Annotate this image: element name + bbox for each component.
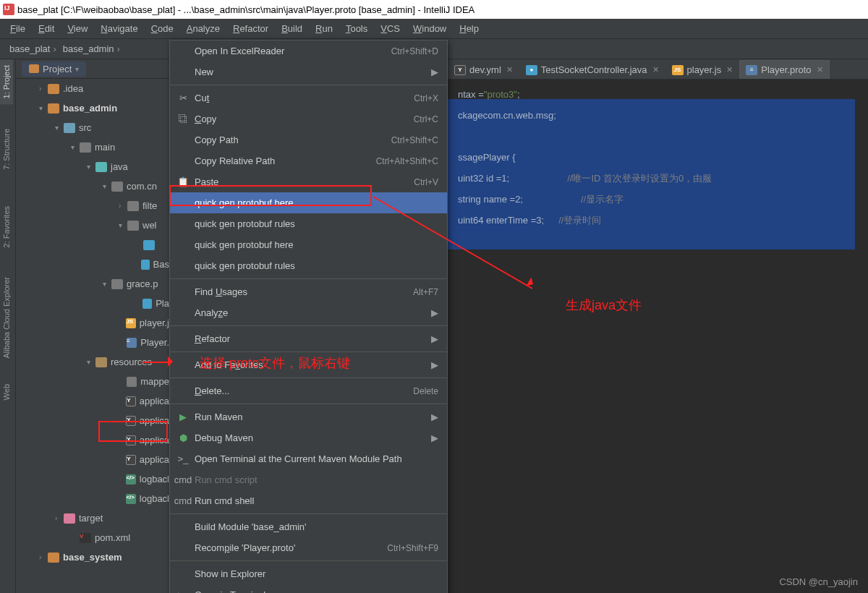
project-dropdown[interactable]: Project ▾ bbox=[22, 61, 86, 77]
menu-tools[interactable]: Tools bbox=[340, 21, 373, 36]
ctx-show-in-explorer[interactable]: Show in Explorer bbox=[170, 563, 447, 584]
tree-node-src[interactable]: ▾src bbox=[16, 118, 169, 137]
left-tool-strip: 1: Project 7: Structure 2: Favorites Ali… bbox=[0, 59, 16, 593]
tool-tab-alibaba[interactable]: Alibaba Cloud Explorer bbox=[0, 271, 13, 364]
menu-analyze[interactable]: Analyze bbox=[181, 21, 226, 36]
menu-run[interactable]: Run bbox=[310, 21, 339, 36]
code-line: ssage Player { bbox=[448, 147, 868, 168]
editor-tab-dev-yml[interactable]: Ydev.yml✕ bbox=[448, 60, 519, 79]
ctx-copy-path[interactable]: Copy PathCtrl+Shift+C bbox=[170, 129, 447, 150]
tree-node-applica2[interactable]: Yapplica bbox=[16, 411, 169, 430]
close-icon[interactable]: ✕ bbox=[506, 65, 513, 74]
code-editor[interactable]: ntax = "proto3"; ckage com.cn.web.msg; s… bbox=[448, 80, 868, 593]
menu-build[interactable]: Build bbox=[276, 21, 308, 36]
editor-tab-testsocketcontroller-java[interactable]: ●TestSocketController.java✕ bbox=[519, 60, 665, 79]
project-tree[interactable]: ›.idea ▾base_admin ▾src ▾main ▾java ▾com… bbox=[16, 79, 169, 593]
ctx-copy[interactable]: ⿻CopyCtrl+C bbox=[170, 108, 447, 129]
folder-icon bbox=[127, 221, 139, 231]
editor-tab-player-proto[interactable]: ≡Player.proto✕ bbox=[739, 60, 829, 79]
chevron-right-icon: ▶ bbox=[431, 307, 438, 318]
menu-file[interactable]: File bbox=[4, 21, 31, 36]
code-line bbox=[448, 126, 868, 147]
tree-node-playerproto[interactable]: ≡Player. bbox=[16, 333, 169, 352]
ctx-debug-maven[interactable]: ⬢Debug Maven▶ bbox=[170, 427, 447, 448]
ctx-find-usages[interactable]: Find UsagesAlt+F7 bbox=[170, 281, 447, 302]
ctx-quick-gen-protobuf-rules[interactable]: quick gen protobuf rules bbox=[170, 213, 447, 234]
tree-node-base-admin[interactable]: ▾base_admin bbox=[16, 98, 169, 118]
tool-tab-web[interactable]: Web bbox=[0, 378, 13, 406]
close-icon[interactable]: ✕ bbox=[817, 65, 823, 74]
ctx-paste[interactable]: 📋PasteCtrl+V bbox=[170, 171, 447, 192]
tree-node-pla[interactable]: Pla bbox=[16, 294, 169, 313]
tree-node-resources[interactable]: ▾resources bbox=[16, 352, 169, 372]
tree-node-logback1[interactable]: </>logbacl bbox=[16, 469, 169, 489]
tree-node-mapper[interactable]: mappe bbox=[16, 372, 169, 391]
tree-node-base-system[interactable]: ›base_system bbox=[16, 547, 169, 567]
menu-help[interactable]: Help bbox=[454, 21, 485, 36]
tool-tab-project[interactable]: 1: Project bbox=[0, 59, 13, 104]
tree-node-logback2[interactable]: </>logbacl bbox=[16, 489, 169, 508]
tree-node-cube[interactable] bbox=[16, 235, 169, 255]
ctx-recompile-player-proto-[interactable]: Recompile 'Player.proto'Ctrl+Shift+F9 bbox=[170, 537, 447, 558]
tree-node-applica4[interactable]: Yapplica bbox=[16, 450, 169, 469]
tree-node-comcn[interactable]: ▾com.cn bbox=[16, 176, 169, 196]
ctx-open-in-excelreader[interactable]: Open In ExcelReaderCtrl+Shift+D bbox=[170, 40, 447, 61]
menu-refactor[interactable]: Refactor bbox=[227, 21, 274, 36]
tree-node-grace[interactable]: ▾grace.p bbox=[16, 274, 169, 294]
ctx-quick-gen-protobuf-here[interactable]: quick gen protobuf here bbox=[170, 192, 447, 213]
menu-edit[interactable]: Edit bbox=[33, 21, 60, 36]
ctx-cut[interactable]: ✂CutCtrl+X bbox=[170, 88, 447, 108]
file-icon: ● bbox=[526, 65, 537, 75]
tool-tab-structure[interactable]: 7: Structure bbox=[0, 123, 13, 176]
tree-node-playerjs[interactable]: JSplayer.j bbox=[16, 313, 169, 333]
folder-icon bbox=[111, 279, 123, 289]
ctx-build-module-base-admin-[interactable]: Build Module 'base_admin' bbox=[170, 516, 447, 537]
crumb-base-admin[interactable]: base_admin bbox=[59, 43, 114, 54]
tree-node-filter[interactable]: ›filte bbox=[16, 196, 169, 216]
tree-node-bas[interactable]: Bas bbox=[16, 255, 169, 274]
ctx-quick-gen-protobuf-here[interactable]: quick gen protobuf here bbox=[170, 234, 447, 255]
ctx-refactor[interactable]: Refactor▶ bbox=[170, 328, 447, 349]
chevron-right-icon: › bbox=[53, 43, 56, 54]
menu-code[interactable]: Code bbox=[145, 21, 179, 36]
tree-node-target[interactable]: ›target bbox=[16, 508, 169, 528]
tool-tab-favorites[interactable]: 2: Favorites bbox=[0, 200, 13, 253]
xml-icon: </> bbox=[126, 474, 135, 485]
ctx-new[interactable]: New▶ bbox=[170, 61, 447, 82]
tree-node-applica1[interactable]: Yapplica bbox=[16, 391, 169, 411]
chevron-right-icon: ▶ bbox=[431, 411, 438, 422]
code-line: uint64 enterTime = 3;//登录时间 bbox=[448, 210, 868, 231]
tree-node-pom[interactable]: Vpom.xml bbox=[16, 528, 169, 547]
folder-icon bbox=[48, 84, 59, 94]
menu-vcs[interactable]: VCS bbox=[375, 21, 406, 36]
chevron-right-icon: ▶ bbox=[431, 359, 438, 370]
watermark: CSDN @cn_yaojin bbox=[779, 576, 858, 587]
ctx-quick-gen-protobuf-rules[interactable]: quick gen protobuf rules bbox=[170, 255, 447, 276]
ctx-analyze[interactable]: Analyze▶ bbox=[170, 302, 447, 323]
ctx-run-maven[interactable]: ▶Run Maven▶ bbox=[170, 406, 447, 427]
ctx-delete-[interactable]: Delete...Delete bbox=[170, 380, 447, 401]
ctx-open-terminal-at-the-current-m[interactable]: >_Open Terminal at the Current Maven Mod… bbox=[170, 448, 447, 469]
tree-node-main[interactable]: ▾main bbox=[16, 137, 169, 157]
yaml-icon: Y bbox=[126, 455, 136, 465]
ctx-add-to-favorites[interactable]: Add to Favorites▶ bbox=[170, 354, 447, 375]
ctx-open-in-terminal[interactable]: >_Open in Terminal bbox=[170, 584, 447, 593]
folder-icon bbox=[48, 553, 59, 563]
js-icon: JS bbox=[126, 318, 135, 328]
menu-view[interactable]: View bbox=[61, 21, 93, 36]
maven-icon: V bbox=[80, 533, 91, 543]
tree-node-idea[interactable]: ›.idea bbox=[16, 79, 169, 98]
close-icon[interactable]: ✕ bbox=[726, 65, 733, 74]
menu-navigate[interactable]: Navigate bbox=[95, 21, 143, 36]
tree-node-web[interactable]: ▾wel bbox=[16, 216, 169, 235]
tree-node-java[interactable]: ▾java bbox=[16, 157, 169, 176]
menu-window[interactable]: Window bbox=[407, 21, 452, 36]
close-icon[interactable]: ✕ bbox=[652, 65, 659, 74]
editor-tab-player-js[interactable]: JSplayer.js✕ bbox=[665, 60, 740, 79]
tree-node-applica3[interactable]: Yapplica bbox=[16, 430, 169, 450]
folder-icon bbox=[80, 142, 91, 153]
ctx-copy-relative-path[interactable]: Copy Relative PathCtrl+Alt+Shift+C bbox=[170, 150, 447, 171]
crumb-base-plat[interactable]: base_plat bbox=[6, 43, 50, 54]
ctx-run-cmd-shell[interactable]: cmdRun cmd shell bbox=[170, 490, 447, 511]
proto-icon: ≡ bbox=[127, 338, 137, 348]
